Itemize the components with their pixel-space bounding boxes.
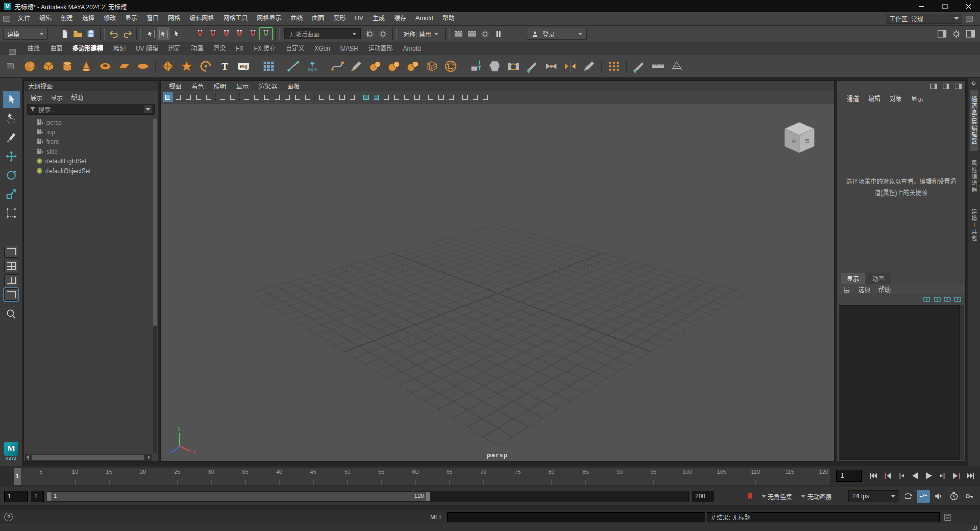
menu-item[interactable]: 网格工具	[218, 12, 252, 25]
scroll-right-icon[interactable]	[148, 455, 150, 460]
menu-item[interactable]: 窗口	[142, 12, 163, 25]
viewport-menu-item[interactable]: 视图	[164, 82, 186, 90]
script-editor-icon[interactable]	[944, 513, 952, 521]
xray-active-components-icon[interactable]	[446, 92, 456, 102]
snap-projected-center-icon[interactable]	[233, 27, 246, 40]
animation-end-field[interactable]: 200	[692, 491, 714, 502]
grease-pencil-icon[interactable]	[228, 92, 238, 102]
four-pane-layout[interactable]	[4, 260, 18, 272]
grid-panel-icon[interactable]	[972, 526, 977, 530]
motion-blur-icon[interactable]	[402, 92, 412, 102]
lock-camera-icon[interactable]	[173, 92, 183, 102]
menu-item[interactable]: 选择	[78, 12, 99, 25]
layer-editor-menu-item[interactable]: 选项	[854, 285, 874, 294]
stopwatch-icon[interactable]	[947, 490, 961, 503]
shelf-tab[interactable]: 动画	[186, 42, 208, 55]
viewport-menu-item[interactable]: 渲染器	[254, 82, 282, 90]
scale-tool[interactable]	[3, 185, 20, 203]
lasso-tool[interactable]	[3, 110, 20, 127]
layer-editor-tab[interactable]: 显示	[841, 273, 865, 284]
anti-alias-icon[interactable]	[412, 92, 422, 102]
snap-view-plane-icon[interactable]	[246, 27, 259, 40]
xray-icon[interactable]	[436, 92, 446, 102]
outliner-item[interactable]: persp	[25, 117, 152, 127]
shelf-tab[interactable]: 雕刻	[108, 42, 131, 55]
shelf-tab[interactable]: 曲线	[22, 42, 45, 55]
boolean-difference-button[interactable]	[385, 57, 403, 76]
select-hierarchy-icon[interactable]	[143, 27, 157, 40]
menu-home-icon[interactable]	[3, 16, 10, 22]
poly-disc-button[interactable]	[134, 57, 152, 76]
shelf-tab[interactable]: XGen	[309, 42, 335, 55]
menu-item[interactable]: 文件	[13, 12, 35, 25]
menu-item[interactable]: 变形	[329, 12, 350, 25]
menu-item[interactable]: 网格	[163, 12, 185, 25]
bookmark-icon[interactable]	[746, 491, 754, 501]
viewport-canvas[interactable]: 前 右 y x z persp	[161, 104, 834, 461]
resolution-gate-icon[interactable]	[262, 92, 272, 102]
shelf-tab[interactable]: 运动图形	[363, 42, 398, 55]
wireframe-icon[interactable]	[316, 92, 327, 102]
2d-pan-zoom-icon[interactable]	[217, 92, 228, 102]
film-gate-icon[interactable]	[252, 92, 262, 102]
character-set-selector[interactable]: 无角色集	[768, 492, 794, 501]
new-scene-icon[interactable]	[58, 27, 71, 40]
menu-item[interactable]: 编辑网格	[185, 12, 218, 25]
make-live-icon[interactable]	[259, 27, 273, 40]
shelf-tabs-menu-icon[interactable]	[9, 49, 16, 55]
select-component-icon[interactable]	[170, 27, 183, 40]
menu-item[interactable]: 编辑	[35, 12, 56, 25]
curve-spiral-button[interactable]	[197, 57, 215, 76]
layer-move-up-icon[interactable]	[943, 295, 951, 303]
time-ruler[interactable]: 1 51015202530354045505560657075808590951…	[13, 468, 831, 486]
viewport-menu-item[interactable]: 显示	[231, 82, 254, 90]
command-language-label[interactable]: MEL	[430, 514, 447, 521]
menu-item[interactable]: 显示	[120, 12, 142, 25]
menu-item[interactable]: 生成	[368, 12, 389, 25]
layer-visibility-icon[interactable]	[941, 81, 951, 91]
layer-editor-menu-item[interactable]: 帮助	[874, 285, 895, 294]
close-button[interactable]	[957, 0, 980, 12]
target-weld-button[interactable]	[542, 57, 560, 76]
select-object-icon[interactable]	[157, 27, 170, 40]
animation-start-field[interactable]: 1	[4, 491, 28, 502]
gate-mask-icon[interactable]	[272, 92, 282, 102]
type-tool-button[interactable]: T	[215, 57, 234, 76]
workspace-selector[interactable]: 工作区: 常规	[886, 14, 977, 24]
panel-divider[interactable]	[840, 272, 963, 272]
textured-icon[interactable]	[361, 92, 371, 102]
outliner-vscrollbar[interactable]	[153, 117, 157, 453]
ssao-icon[interactable]	[391, 92, 402, 102]
range-slider-track[interactable]: 1 120	[47, 491, 689, 502]
pencil-curve-tool-button[interactable]	[347, 57, 365, 76]
channel-box-menu-item[interactable]: 编辑	[864, 94, 885, 103]
image-plane-icon[interactable]	[204, 92, 214, 102]
outliner-item[interactable]: front	[25, 137, 152, 147]
outliner-search-input[interactable]: 搜索...	[27, 104, 155, 115]
symmetry-selector[interactable]: 对称: 禁用	[399, 30, 443, 38]
auto-key-icon[interactable]	[963, 490, 976, 503]
poly-cone-button[interactable]	[77, 57, 95, 76]
shadows-icon[interactable]	[381, 92, 391, 102]
menu-set-selector[interactable]: 建模	[3, 28, 48, 40]
step-forward-button[interactable]	[936, 469, 949, 482]
channel-box-menu-item[interactable]: 对象	[885, 94, 906, 103]
shelf-tab[interactable]: 渲染	[208, 42, 231, 55]
playback-start-field[interactable]: 1	[31, 491, 44, 502]
layer-editor-tab[interactable]: 动画	[866, 273, 891, 284]
layer-options-icon[interactable]	[953, 295, 962, 303]
boolean-intersection-button[interactable]	[404, 57, 422, 76]
chevron-down-icon[interactable]	[762, 495, 766, 498]
outliner-menu-item[interactable]: 帮助	[67, 93, 87, 102]
channel-box-menu-item[interactable]: 通道	[842, 94, 864, 103]
outliner-item[interactable]: side	[25, 147, 152, 156]
shelf-tab[interactable]: 多边形建模	[67, 42, 108, 55]
exposure-icon[interactable]	[460, 92, 470, 102]
step-back-button[interactable]	[895, 469, 908, 482]
measure-distance-button[interactable]	[284, 57, 303, 76]
help-icon[interactable]: ?	[4, 513, 13, 521]
edge-flow-button[interactable]	[649, 57, 667, 76]
safe-title-icon[interactable]	[303, 92, 313, 102]
safe-action-icon[interactable]	[292, 92, 303, 102]
layer-new-from-selected-icon[interactable]	[933, 295, 941, 303]
